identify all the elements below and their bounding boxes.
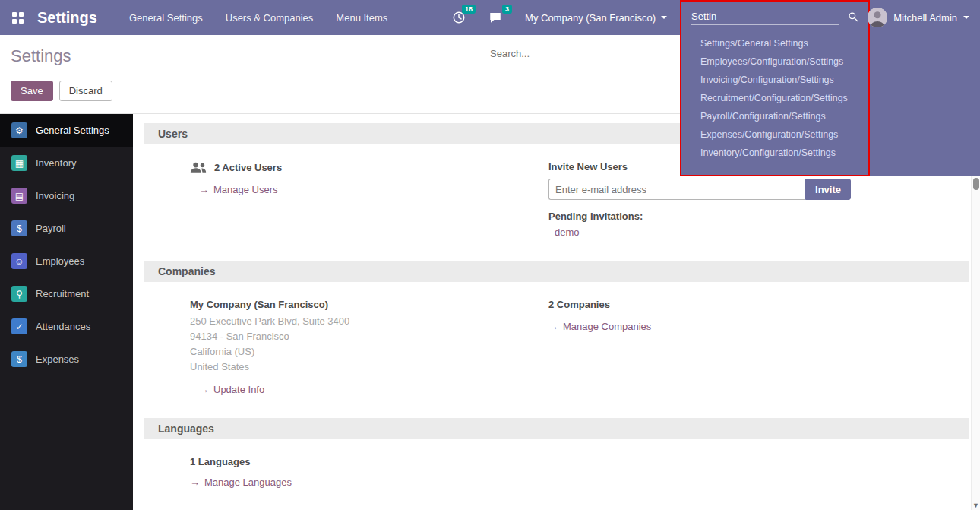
menu-search-results: Settings/General SettingsEmployees/Confi…: [681, 32, 868, 162]
search-result-invoicing-configuration-settings[interactable]: Invoicing/Configuration/Settings: [681, 71, 868, 89]
chevron-down-icon: [661, 16, 667, 19]
pending-invitation-demo[interactable]: demo: [555, 226, 580, 238]
arrow-right-icon: →: [190, 477, 200, 488]
expenses-icon: $: [11, 351, 27, 367]
inventory-icon: ▦: [11, 155, 27, 171]
companies-count: 2 Companies: [548, 299, 969, 310]
search-result-employees-configuration-settings[interactable]: Employees/Configuration/Settings: [681, 52, 868, 71]
sidebar-item-expenses[interactable]: $Expenses: [0, 343, 133, 375]
users-icon: [190, 161, 207, 173]
avatar: [868, 8, 887, 27]
payroll-icon: $: [11, 220, 27, 236]
update-info-link[interactable]: →Update Info: [199, 384, 264, 395]
menu-search-row: [681, 2, 868, 32]
invite-email-input[interactable]: [548, 179, 805, 200]
company-switcher[interactable]: My Company (San Francisco): [525, 12, 667, 24]
pending-invitations-label: Pending Invitations:: [548, 211, 969, 222]
menu-search-dropdown: Settings/General SettingsEmployees/Confi…: [680, 0, 870, 176]
sidebar-item-label: Invoicing: [36, 190, 74, 201]
search-result-inventory-configuration-settings[interactable]: Inventory/Configuration/Settings: [681, 144, 868, 162]
chat-bubble-icon: [488, 11, 502, 24]
section-header-languages: Languages: [144, 418, 969, 439]
sidebar-item-label: Payroll: [36, 223, 66, 234]
menu-search-input[interactable]: [691, 8, 839, 25]
nav-menu-menu-items[interactable]: Menu Items: [336, 12, 387, 24]
search-result-settings-general-settings[interactable]: Settings/General Settings: [681, 34, 868, 52]
active-users-count: 2 Active Users: [214, 162, 282, 173]
sidebar-item-invoicing[interactable]: ▤Invoicing: [0, 179, 133, 212]
activity-count-badge: 18: [462, 5, 476, 14]
messages-button[interactable]: 3: [488, 11, 502, 24]
arrow-right-icon: →: [199, 184, 209, 195]
sidebar-item-label: Attendances: [36, 321, 90, 332]
recruitment-icon: ⚲: [11, 286, 27, 302]
gear-icon: ⚙: [11, 122, 27, 138]
company-address-line: California (US): [190, 344, 548, 360]
company-address-line: United States: [190, 360, 548, 375]
search-result-recruitment-configuration-settings[interactable]: Recruitment/Configuration/Settings: [681, 89, 868, 107]
search-result-expenses-configuration-settings[interactable]: Expenses/Configuration/Settings: [681, 125, 868, 144]
sidebar-item-recruitment[interactable]: ⚲Recruitment: [0, 277, 133, 310]
manage-languages-link[interactable]: →Manage Languages: [190, 477, 292, 488]
company-address-line: 250 Executive Park Blvd, Suite 3400: [190, 314, 548, 329]
search-result-payroll-configuration-settings[interactable]: Payroll/Configuration/Settings: [681, 107, 868, 125]
scrollbar-thumb[interactable]: [973, 178, 979, 190]
settings-sidebar: ⚙General Settings▦Inventory▤Invoicing$Pa…: [0, 114, 133, 510]
languages-count: 1 Languages: [190, 456, 548, 467]
company-address-line: 94134 - San Francisco: [190, 329, 548, 344]
control-panel-buttons: Save Discard: [11, 81, 112, 101]
sidebar-item-label: General Settings: [36, 125, 109, 136]
company-address: 250 Executive Park Blvd, Suite 340094134…: [190, 314, 548, 375]
invoice-icon: ▤: [11, 188, 27, 204]
activities-button[interactable]: 18: [452, 11, 466, 24]
attendance-icon: ✓: [11, 318, 27, 334]
discard-button[interactable]: Discard: [59, 81, 112, 101]
invite-input-group: Invite: [548, 179, 851, 200]
companies-section-row: My Company (San Francisco) 250 Executive…: [144, 282, 969, 418]
invite-button[interactable]: Invite: [805, 179, 851, 200]
pending-invitations-list: demo: [555, 226, 969, 238]
employees-icon: ☺: [11, 253, 27, 269]
nav-menu-users-companies[interactable]: Users & Companies: [226, 12, 314, 24]
chevron-down-icon: [963, 16, 969, 19]
scroll-down-arrow-icon[interactable]: ▼: [972, 502, 980, 509]
arrow-right-icon: →: [548, 321, 558, 332]
section-header-companies: Companies: [144, 261, 969, 282]
page-title: Settings: [11, 46, 71, 66]
languages-section-row: 1 Languages →Manage Languages: [144, 439, 969, 510]
manage-users-link[interactable]: →Manage Users: [199, 184, 278, 195]
sidebar-item-label: Expenses: [36, 353, 79, 365]
sidebar-item-label: Employees: [36, 255, 84, 267]
sidebar-item-label: Inventory: [36, 157, 76, 169]
arrow-right-icon: →: [199, 384, 209, 395]
nav-menu-general-settings[interactable]: General Settings: [129, 12, 203, 24]
avatar-image: [868, 8, 887, 27]
sidebar-item-label: Recruitment: [36, 288, 89, 299]
save-button[interactable]: Save: [11, 81, 53, 101]
sidebar-item-attendances[interactable]: ✓Attendances: [0, 310, 133, 343]
sidebar-item-payroll[interactable]: $Payroll: [0, 212, 133, 245]
company-name: My Company (San Francisco): [190, 299, 548, 310]
sidebar-item-employees[interactable]: ☺Employees: [0, 245, 133, 277]
user-menu[interactable]: Mitchell Admin: [857, 0, 980, 35]
sidebar-item-inventory[interactable]: ▦Inventory: [0, 147, 133, 179]
apps-grid-icon[interactable]: [12, 12, 24, 24]
navbar-menu: General SettingsUsers & CompaniesMenu It…: [129, 12, 387, 24]
manage-companies-link[interactable]: →Manage Companies: [548, 321, 651, 332]
dropdown-panel-extension: [870, 35, 980, 176]
sidebar-item-general-settings[interactable]: ⚙General Settings: [0, 114, 133, 147]
vertical-scrollbar[interactable]: ▼: [971, 176, 980, 510]
systray: 18 3 My Company (San Francisco): [452, 11, 667, 24]
app-title[interactable]: Settings: [37, 9, 97, 27]
user-name: Mitchell Admin: [893, 12, 957, 24]
company-switcher-label: My Company (San Francisco): [525, 12, 656, 24]
message-count-badge: 3: [502, 5, 512, 14]
